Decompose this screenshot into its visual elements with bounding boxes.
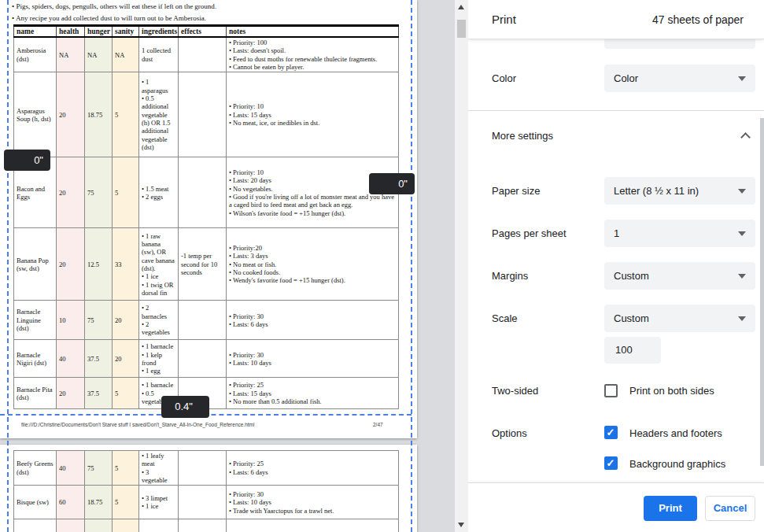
chevron-down-icon [738,274,746,279]
cell-effects: -1 temp per second for 10 seconds [179,228,227,301]
more-settings-toggle[interactable]: More settings [468,120,760,151]
scroll-down-icon[interactable] [458,523,464,527]
cell-notes: • Priority: 100 • Lasts: doesn't spoil. … [227,37,399,72]
color-label: Color [492,72,516,84]
scroll-up-icon[interactable] [458,5,464,9]
paper-size-select[interactable]: Letter (8 ½ x 11 in) [604,177,755,205]
scale-select[interactable]: Custom [604,305,755,332]
cell-name: Barnacle Nigiri (dst) [14,340,57,378]
cell-sanity: 20 [113,301,139,340]
table-row: Asparagus Soup (h, dst)2018.755• 1 aspar… [14,72,399,157]
print-both-sides-checkbox[interactable] [604,384,618,397]
bottom-margin-handle[interactable]: 0.4" [161,396,209,418]
chevron-up-icon [740,132,751,142]
column-header: name [14,26,57,38]
preview-scrollbar-thumb[interactable] [457,20,466,38]
cell-hunger: 18.75 [85,72,113,157]
cell-name: Asparagus Soup (h, dst) [14,72,57,157]
cell-ingredients: • 1 asparagus • 0.5 additional vegetable… [139,72,179,157]
print-button[interactable]: Print [644,496,697,521]
print-both-sides-label: Print on both sides [629,385,714,397]
dialog-title: Print [492,13,516,26]
cell-effects: +5 temp over 5 seconds [179,519,227,532]
cell-hunger: 37.5 [85,378,113,409]
cell-effects [179,157,227,228]
chevron-down-icon [738,76,746,81]
cell-health: 40 [57,340,85,378]
food-table-page2: Beefy Greens (dst)40755• 1 leafy meat • … [13,450,399,532]
cell-effects [179,486,227,519]
divider [468,110,764,111]
more-settings-label: More settings [492,130,553,142]
cell-name: Barnacle Pita (dst) [14,378,57,409]
table-row: Barnacle Nigiri (dst)4037.520• 1 barnacl… [14,340,399,378]
print-footer-url: file:///D:/Christine/Documents/Don't Sta… [21,422,254,427]
scale-percent-input[interactable]: 100 [604,337,661,364]
table-row: Amberosia (dst)NANANA1 collected dust• P… [14,37,399,72]
cell-notes: • Priority: 25 • Lasts: 15 days • No mor… [227,378,399,409]
dialog-footer: Print Cancel [468,482,764,532]
cell-sanity: 5 [113,157,139,228]
intro-bullet-list: • Pigs, spiders, dogs, pengulls, others … [12,1,409,24]
food-table-body: Amberosia (dst)NANANA1 collected dust• P… [14,37,399,409]
pages-per-sheet-select[interactable]: 1 [604,220,755,247]
margins-select[interactable]: Custom [604,262,755,290]
cell-notes: • Priority: 30 • Lasts: 10 days • Trade … [227,486,399,519]
cell-sanity: 20 [113,340,139,378]
cell-sanity: 5 [113,451,139,486]
column-header: health [57,26,85,38]
cell-health: 60 [57,486,85,519]
table-row: Bunny Stew (dst)2037.55• 0.5 meat • 2 ic… [14,519,399,532]
cell-effects [179,451,227,486]
table-row: Banana Pop (sw, dst)2012.533• 1 raw bana… [14,228,399,301]
cell-health: 10 [57,301,85,340]
scale-select-value: Custom [614,312,649,324]
cell-ingredients: • 1.5 meat • 2 eggs [139,157,179,228]
color-select[interactable]: Color [604,65,755,92]
preview-scrollbar[interactable] [455,0,468,532]
cell-name: Beefy Greens (dst) [14,451,57,486]
panel-scrollbar-thumb[interactable] [760,118,764,466]
cell-notes: • Priority: 30 • Lasts: 6 days [227,301,399,340]
table-row: Bisque (sw)6018.755• 3 limpet • 1 ice• P… [14,486,399,519]
table-header-row: namehealthhungersanityingredientseffects… [14,26,399,38]
cell-sanity: 5 [113,519,139,532]
preview-page-1: • Pigs, spiders, dogs, pengulls, others … [0,0,417,438]
pages-per-sheet-label: Pages per sheet [492,227,567,239]
cell-health: NA [57,37,85,72]
pages-select-partial[interactable] [604,39,755,49]
sheet-count: 47 sheets of paper [652,13,744,26]
cell-hunger: 37.5 [85,519,113,532]
headers-footers-checkbox[interactable] [604,426,618,439]
table-row: Barnacle Linguine (dst)107520• 2 barnacl… [14,301,399,340]
background-graphics-checkbox[interactable] [604,456,618,470]
pages-per-sheet-value: 1 [614,227,619,239]
cell-hunger: 12.5 [85,228,113,301]
cell-name: Barnacle Linguine (dst) [14,301,57,340]
cell-hunger: NA [85,37,113,72]
cell-sanity: 5 [113,378,139,409]
table-row: Bacon and Eggs20755• 1.5 meat • 2 eggs• … [14,157,399,228]
food-table-body-2: Beefy Greens (dst)40755• 1 leafy meat • … [14,451,399,532]
margins-value: Custom [614,270,649,282]
panel-header: Print 47 sheets of paper [468,0,764,39]
column-header: hunger [85,26,113,38]
cell-notes: • Priority: 10 • Lasts: 15 days • No mea… [227,72,399,157]
cell-notes: • Priority: 25 • Lasts: 6 days [227,451,399,486]
background-graphics-label: Background graphics [629,458,725,470]
left-margin-line[interactable] [7,0,9,532]
cell-health: 40 [57,451,85,486]
cell-effects [179,340,227,378]
cell-sanity: 33 [113,228,139,301]
headers-footers-label: Headers and footers [629,427,722,439]
right-margin-line[interactable] [411,0,412,532]
left-margin-handle[interactable]: 0" [4,150,50,171]
cancel-button[interactable]: Cancel [705,496,755,521]
cell-ingredients: 1 collected dust [139,37,179,72]
column-header: ingredients [139,26,179,38]
right-margin-handle[interactable]: 0" [369,173,415,194]
list-item: • Any recipe you add collected dust to w… [12,13,409,24]
cell-effects [179,72,227,157]
print-preview-area: • Pigs, spiders, dogs, pengulls, others … [0,0,455,532]
cell-health: 20 [57,157,85,228]
